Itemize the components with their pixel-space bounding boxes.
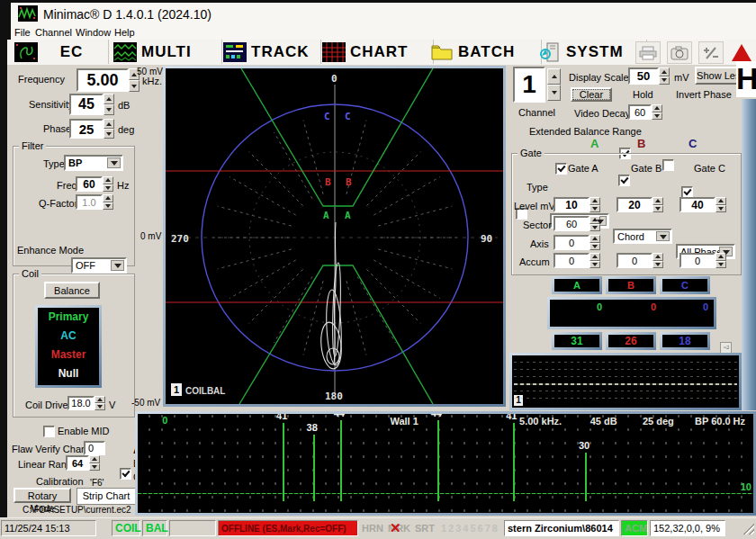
gate-a-level-spinner[interactable] bbox=[590, 197, 600, 212]
filter-q-field[interactable]: 1.0 bbox=[76, 194, 103, 210]
gate-c-accum-field[interactable]: 0 bbox=[680, 253, 716, 268]
strip-wall-label: Wall 1 bbox=[390, 416, 418, 427]
gate-b-label-l: B bbox=[325, 176, 331, 188]
waterfall-row bbox=[514, 398, 737, 399]
phase-spinner[interactable] bbox=[104, 119, 114, 139]
gate-a-level-field[interactable]: 10 bbox=[554, 197, 590, 212]
gate-a-checkbox[interactable] bbox=[555, 163, 567, 175]
coil-group-title: Coil bbox=[19, 268, 41, 279]
print-button[interactable] bbox=[635, 41, 661, 64]
gate-b-accum-spinner[interactable] bbox=[652, 253, 663, 268]
sensitivity-field[interactable]: 45 bbox=[69, 94, 104, 115]
gate-sector-field[interactable]: 60 bbox=[554, 216, 590, 231]
signal-trace bbox=[319, 222, 343, 370]
enable-mid-label: Enable MID bbox=[58, 426, 109, 436]
filter-freq-field[interactable]: 60 bbox=[76, 176, 103, 192]
counter-a-current: 0 bbox=[597, 301, 602, 312]
video-decay-label: Video Decay bbox=[574, 108, 630, 119]
plus-minus-button[interactable] bbox=[698, 41, 724, 64]
display-scale-spinner[interactable] bbox=[659, 67, 670, 85]
menu-file[interactable]: File bbox=[14, 27, 31, 38]
flaw-verify-field[interactable]: 0 bbox=[84, 441, 105, 455]
enhance-mode-select[interactable]: OFF bbox=[71, 257, 127, 274]
tab-ec[interactable]: EC bbox=[7, 40, 109, 64]
filter-freq-spinner[interactable] bbox=[103, 176, 113, 192]
gate-b-checkbox[interactable] bbox=[618, 175, 630, 186]
gate-accum-label: Accum bbox=[519, 256, 550, 267]
gate-b-check-label: Gate B bbox=[631, 163, 662, 174]
status-acm: ACM bbox=[621, 520, 648, 536]
video-decay-spinner[interactable] bbox=[652, 104, 662, 120]
filter-type-select[interactable]: BP bbox=[64, 155, 123, 171]
channel-spinner[interactable] bbox=[547, 68, 561, 101]
gate-c-level-spinner[interactable] bbox=[716, 197, 726, 212]
toolbar: EC MULTI TRACK bbox=[7, 40, 756, 66]
gate-b-level-spinner[interactable] bbox=[652, 197, 663, 212]
status-empty-panel bbox=[169, 520, 216, 536]
coil-drive-spinner[interactable] bbox=[94, 396, 105, 410]
gate-a-accum-spinner[interactable] bbox=[590, 253, 600, 268]
invert-phase-label: Invert Phase bbox=[676, 89, 732, 100]
gate-axis-spinner[interactable] bbox=[590, 235, 600, 250]
tab-chart[interactable]: CHART bbox=[315, 40, 434, 64]
menu-channel[interactable]: Channel bbox=[35, 27, 72, 38]
tab-batch[interactable]: BATCH bbox=[423, 40, 542, 64]
clear-button[interactable]: Clear bbox=[571, 87, 612, 102]
gate-b-type-select[interactable]: Chord bbox=[613, 229, 672, 244]
waterfall-row bbox=[514, 376, 737, 377]
gate-b-level-field[interactable]: 20 bbox=[616, 197, 652, 212]
gate-b-header: B bbox=[637, 137, 645, 150]
tab-multi[interactable]: MULTI bbox=[106, 40, 222, 64]
gate-b-accum-field[interactable]: 0 bbox=[616, 253, 652, 268]
f6-hint-label: 'F6' bbox=[90, 478, 104, 488]
filter-group: Filter Type BP Freq 60 Hz Q-Factor 1.0 E… bbox=[13, 146, 135, 266]
linear-range-field[interactable]: 64 bbox=[66, 455, 89, 471]
sensitivity-spinner[interactable] bbox=[104, 94, 114, 115]
coil-status-master: Master bbox=[38, 346, 99, 364]
printer-icon bbox=[639, 46, 657, 60]
video-decay-field[interactable]: 60 bbox=[628, 104, 652, 120]
strip-chart: 0 Wall 1 5.00 kHz. 45 dB 25 deg BP 60.0 … bbox=[135, 411, 756, 516]
coil-status-ac: AC bbox=[38, 327, 99, 346]
main-area: Frequency 5.00 kHz. Sensitivity 45 dB Ph… bbox=[7, 65, 756, 517]
coil-status-display: Primary AC Master Null bbox=[35, 305, 102, 388]
strip-peak-label: 41 bbox=[506, 414, 517, 421]
menu-help[interactable]: Help bbox=[114, 27, 135, 38]
linear-range-spinner[interactable] bbox=[89, 455, 100, 471]
resize-grip[interactable] bbox=[743, 524, 754, 535]
counter-c-header: C bbox=[660, 276, 710, 294]
gate-axis-label: Axis bbox=[530, 238, 549, 249]
snapshot-button[interactable] bbox=[667, 41, 692, 64]
gate-group: Gate Gate A Gate B Gate C Type Sector Ch… bbox=[511, 153, 742, 275]
strip-chart-button[interactable]: Strip Chart bbox=[76, 488, 136, 505]
gate-a-accum-field[interactable]: 0 bbox=[554, 253, 590, 268]
scope-scale-bot: -50 mV bbox=[131, 398, 160, 408]
coil-drive-field[interactable]: 18.0 bbox=[68, 396, 94, 410]
gate-a-label-l: A bbox=[323, 210, 329, 221]
app-icon bbox=[18, 5, 38, 22]
channel-a-checkbox[interactable] bbox=[120, 468, 131, 480]
status-offline: OFFLINE (ES,Mark,Rec=OFF) bbox=[218, 520, 358, 536]
tab-track-label: TRACK bbox=[251, 43, 310, 61]
gate-c-level-field[interactable]: 40 bbox=[680, 197, 716, 212]
window-title: Minimac® D 1.4.0.1 (2024.10) bbox=[43, 7, 212, 22]
camera-icon bbox=[670, 46, 688, 60]
strip-filter-label: BP 60.0 Hz bbox=[695, 416, 745, 427]
tab-systm[interactable]: SYSTM bbox=[531, 40, 647, 64]
waterfall-row bbox=[514, 383, 737, 385]
tab-track[interactable]: TRACK bbox=[216, 40, 321, 64]
counter-b-header: B bbox=[606, 276, 656, 294]
gate-axis-field[interactable]: 0 bbox=[554, 235, 590, 250]
balance-button[interactable]: Balance bbox=[44, 282, 100, 299]
phase-field[interactable]: 25 bbox=[69, 119, 104, 139]
counter-current-display: 0 0 0 bbox=[547, 297, 716, 329]
rotary-mode-button[interactable]: Rotary Mode bbox=[14, 488, 71, 503]
waterfall-display: 1 bbox=[509, 353, 742, 410]
filter-q-spinner[interactable] bbox=[103, 194, 113, 210]
gate-c-accum-spinner[interactable] bbox=[716, 253, 726, 268]
menu-bar: File Channel Window Help bbox=[11, 27, 756, 40]
enable-mid-checkbox[interactable] bbox=[43, 426, 55, 437]
menu-window[interactable]: Window bbox=[76, 27, 111, 38]
display-scale-field[interactable]: 50 bbox=[628, 67, 659, 85]
frequency-field[interactable]: 5.00 bbox=[76, 68, 129, 92]
